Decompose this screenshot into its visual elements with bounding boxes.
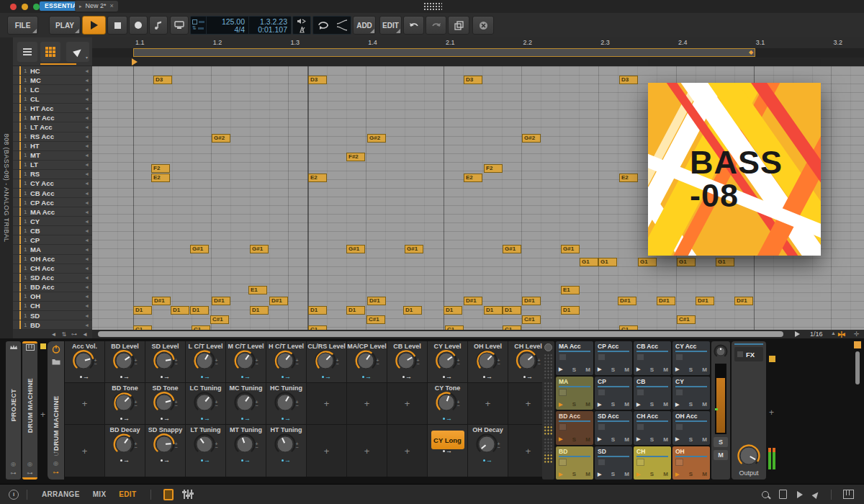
time-signature-value[interactable]: 4/4: [234, 26, 245, 33]
pad-bank-page[interactable]: [544, 410, 553, 436]
macro-knob[interactable]: +−: [153, 349, 177, 375]
pad-mute-button[interactable]: M: [663, 436, 668, 443]
drum-pad-ch[interactable]: CH▶SM: [634, 446, 671, 480]
midi-note[interactable]: D3: [308, 76, 327, 84]
panel-color-swatch[interactable]: [854, 341, 861, 348]
loop-region[interactable]: [133, 48, 755, 57]
midi-note[interactable]: D1: [403, 306, 422, 315]
midi-note[interactable]: G#1: [561, 245, 580, 253]
pad-sample-slot[interactable]: [675, 423, 683, 431]
transport-display[interactable]: ⇅ 125.00 4/4 1.3.2.23 0:01.107: [190, 16, 292, 35]
track-speaker-icon[interactable]: ◄: [84, 313, 89, 318]
track-speaker-icon[interactable]: ◄: [84, 303, 89, 308]
midi-note[interactable]: E2: [308, 174, 327, 182]
pad-play-button[interactable]: ▶: [636, 436, 640, 442]
pad-play-button[interactable]: ▶: [636, 472, 640, 477]
midi-note[interactable]: G#1: [346, 245, 365, 253]
record-button[interactable]: [129, 16, 148, 35]
duplicate-button[interactable]: [448, 16, 469, 35]
midi-note[interactable]: D3: [153, 76, 172, 84]
track-row[interactable]: 1LC◄: [13, 85, 92, 94]
midi-note[interactable]: C#1: [210, 315, 229, 324]
macro-cell-sd-level[interactable]: SD Level+−→: [145, 341, 185, 382]
loop-lane[interactable]: ◆: [92, 48, 864, 58]
mod-route-indicator[interactable]: →: [201, 456, 210, 464]
mod-route-indicator[interactable]: →: [241, 373, 251, 380]
audition-speaker-icon[interactable]: [297, 18, 306, 24]
macro-knob[interactable]: +−: [274, 433, 298, 459]
device-vscroll-thumb[interactable]: [855, 351, 860, 384]
knob-plusminus[interactable]: +−: [295, 400, 298, 408]
empty-macro-slot[interactable]: +: [307, 383, 346, 424]
midi-note[interactable]: G#2: [522, 134, 541, 143]
drum-pad-bd[interactable]: BD▶SM: [556, 446, 593, 480]
pad-sample-slot[interactable]: [559, 459, 567, 466]
mod-route-indicator[interactable]: →: [443, 447, 452, 454]
mute-button[interactable]: M: [714, 450, 728, 460]
time-value[interactable]: 0:01.107: [258, 26, 287, 33]
track-speaker-icon[interactable]: ◄: [84, 171, 89, 176]
pad-bank-page[interactable]: [544, 438, 553, 464]
macro-cell-cy-long[interactable]: CY Long→: [428, 425, 467, 477]
midi-note[interactable]: G#2: [212, 134, 230, 143]
macro-cell-cl-rs-level[interactable]: CL/RS Level+−→: [307, 341, 346, 382]
knob-plusminus[interactable]: +−: [215, 359, 217, 366]
mod-route-indicator[interactable]: →: [402, 373, 412, 380]
pad-play-button[interactable]: ▶: [675, 436, 679, 442]
midi-note[interactable]: D1: [444, 306, 462, 315]
snap-caret-icon[interactable]: ▲: [831, 330, 836, 336]
mod-route-icon[interactable]: ⊶: [71, 331, 77, 338]
mod-route-indicator[interactable]: →: [80, 373, 89, 380]
midi-note[interactable]: D#1: [367, 297, 386, 305]
track-speaker-icon[interactable]: ◄: [84, 162, 89, 167]
macro-knob[interactable]: +−: [193, 433, 217, 459]
pad-solo-button[interactable]: S: [572, 366, 576, 373]
macro-knob[interactable]: +−: [435, 391, 459, 417]
midi-note[interactable]: D3: [464, 76, 482, 84]
knob-plusminus[interactable]: +−: [134, 359, 137, 366]
mod-route-indicator[interactable]: →: [523, 373, 533, 380]
midi-note[interactable]: E1: [561, 286, 580, 294]
midi-note[interactable]: G1: [598, 258, 617, 266]
midi-note[interactable]: D3: [619, 76, 638, 84]
macro-knob[interactable]: +−: [475, 349, 500, 375]
midi-note[interactable]: D#1: [212, 297, 230, 305]
close-window-button[interactable]: [10, 4, 17, 10]
play-menu-button[interactable]: PLAY: [49, 16, 81, 35]
pad-mute-button[interactable]: M: [624, 471, 629, 477]
midi-note[interactable]: G#2: [367, 134, 386, 143]
audition-icon[interactable]: [797, 491, 803, 498]
midi-note[interactable]: D#1: [657, 297, 675, 305]
pad-mute-button[interactable]: M: [624, 366, 629, 373]
knob-plusminus[interactable]: +−: [295, 442, 298, 449]
pad-sample-slot[interactable]: [598, 423, 606, 431]
macro-cell-m-c-t-level[interactable]: M C/T Level+−→: [226, 341, 266, 382]
macro-knob[interactable]: +−: [395, 349, 419, 375]
midi-note[interactable]: G#1: [190, 245, 209, 253]
midi-note[interactable]: G1: [677, 258, 696, 266]
midi-note[interactable]: G1: [716, 258, 734, 266]
macro-knob[interactable]: +−: [274, 391, 298, 417]
pad-sample-slot[interactable]: [636, 423, 644, 431]
midi-note[interactable]: D1: [190, 306, 209, 315]
add-fx-button[interactable]: +: [769, 408, 774, 418]
automation-curve-icon[interactable]: [336, 19, 348, 24]
file-menu-button[interactable]: FILE: [7, 16, 38, 35]
play-start-marker[interactable]: [132, 58, 138, 66]
knob-plusminus[interactable]: +−: [174, 400, 177, 408]
drum-grid-view-button[interactable]: [40, 42, 60, 62]
pad-sample-slot[interactable]: [598, 354, 606, 361]
knob-plusminus[interactable]: +−: [255, 359, 258, 366]
maximize-window-button[interactable]: [33, 4, 40, 10]
midi-note[interactable]: D#1: [152, 297, 171, 305]
track-row[interactable]: 1CB Acc◄: [13, 189, 92, 198]
macro-cell-bd-decay[interactable]: BD Decay+−→: [105, 425, 145, 477]
snap-setting[interactable]: 1/16: [810, 330, 823, 338]
track-row[interactable]: 1CY◄: [13, 217, 92, 226]
midi-note[interactable]: D#1: [734, 297, 753, 305]
knob-plusminus[interactable]: +−: [174, 359, 177, 366]
metronome-icon[interactable]: [298, 27, 306, 33]
mod-route-indicator[interactable]: →: [362, 373, 372, 380]
macro-cell-mc-tuning[interactable]: MC Tuning+−→: [226, 383, 266, 424]
track-speaker-icon[interactable]: ◄: [84, 275, 89, 280]
